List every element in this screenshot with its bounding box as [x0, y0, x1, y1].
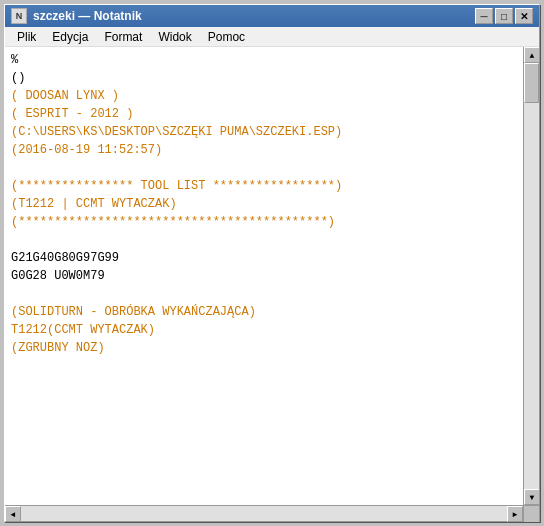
scroll-track-h[interactable] [21, 506, 507, 521]
menu-plik[interactable]: Plik [9, 28, 44, 46]
editor-area: % () ( DOOSAN LYNX ) ( ESPRIT - 2012 ) (… [5, 47, 539, 505]
title-buttons: ─ □ ✕ [475, 8, 533, 24]
text-editor[interactable]: % () ( DOOSAN LYNX ) ( ESPRIT - 2012 ) (… [5, 47, 523, 505]
scroll-down-button[interactable]: ▼ [524, 489, 539, 505]
scroll-left-button[interactable]: ◄ [5, 506, 21, 522]
scrollbar-corner [523, 506, 539, 522]
menu-widok[interactable]: Widok [150, 28, 199, 46]
app-icon: N [11, 8, 27, 24]
scroll-thumb-v[interactable] [524, 63, 539, 103]
scroll-right-button[interactable]: ► [507, 506, 523, 522]
menu-bar: Plik Edycja Format Widok Pomoc [5, 27, 539, 47]
menu-format[interactable]: Format [96, 28, 150, 46]
vertical-scrollbar[interactable]: ▲ ▼ [523, 47, 539, 505]
menu-edycja[interactable]: Edycja [44, 28, 96, 46]
scroll-up-button[interactable]: ▲ [524, 47, 539, 63]
horizontal-scrollbar[interactable]: ◄ ► [5, 506, 523, 521]
maximize-button[interactable]: □ [495, 8, 513, 24]
scroll-track-v[interactable] [524, 63, 539, 489]
minimize-button[interactable]: ─ [475, 8, 493, 24]
close-button[interactable]: ✕ [515, 8, 533, 24]
title-bar: N szczeki — Notatnik ─ □ ✕ [5, 5, 539, 27]
title-bar-left: N szczeki — Notatnik [11, 8, 142, 24]
horizontal-scrollbar-area: ◄ ► [5, 505, 539, 521]
window-title: szczeki — Notatnik [33, 9, 142, 23]
menu-pomoc[interactable]: Pomoc [200, 28, 253, 46]
notepad-window: N szczeki — Notatnik ─ □ ✕ Plik Edycja F… [4, 4, 540, 522]
